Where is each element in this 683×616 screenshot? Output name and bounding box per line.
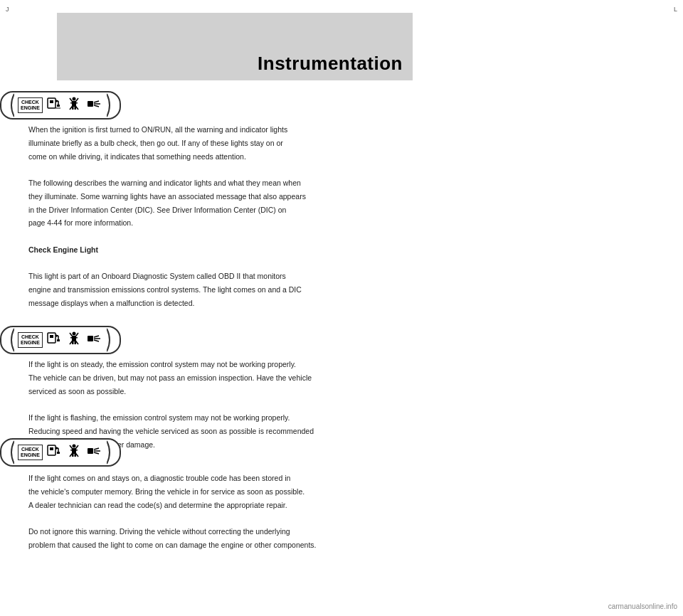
text-line-2-5: Reducing speed and having the vehicle se… xyxy=(28,426,655,437)
svg-line-36 xyxy=(94,340,99,341)
text-line-1-5: they illuminate. Some warning lights hav… xyxy=(28,191,655,203)
instrument-cluster-3: CHECK ENGINE xyxy=(0,438,121,467)
check-engine-line2-2: ENGINE xyxy=(21,340,40,346)
svg-rect-41 xyxy=(57,452,60,454)
check-engine-box-3: CHECK ENGINE xyxy=(18,445,43,460)
corner-mark-left: J xyxy=(6,6,9,13)
text-line-2-3 xyxy=(28,399,655,410)
left-arc-3 xyxy=(7,440,14,465)
headlight-icon-2 xyxy=(86,330,103,350)
right-arc-3 xyxy=(107,440,114,465)
svg-rect-45 xyxy=(70,450,73,451)
wrench-icon-3 xyxy=(65,442,83,462)
svg-rect-33 xyxy=(88,336,93,341)
text-line-2-0: If the light is on steady, the emission … xyxy=(28,359,655,371)
fuel-icon-1 xyxy=(46,96,62,115)
check-engine-line2-1: ENGINE xyxy=(21,105,40,111)
text-line-1-8 xyxy=(28,231,655,243)
text-line-1-2: come on while driving, it indicates that… xyxy=(28,152,655,163)
svg-rect-51 xyxy=(88,448,93,454)
text-line-2-2: serviced as soon as possible. xyxy=(28,386,655,398)
wrench-icon-2 xyxy=(65,330,83,350)
left-arc-2 xyxy=(7,327,14,353)
svg-rect-10 xyxy=(75,102,78,104)
svg-point-25 xyxy=(72,332,75,336)
text-line-1-9: Check Engine Light xyxy=(28,245,655,256)
svg-rect-28 xyxy=(75,337,78,339)
left-arc-1 xyxy=(7,92,14,118)
title-box: Instrumentation xyxy=(57,13,413,80)
text-line-2-4: If the light is flashing, the emission c… xyxy=(28,413,655,424)
svg-rect-38 xyxy=(50,447,53,450)
page-title: Instrumentation xyxy=(258,53,403,75)
check-engine-line1-1: CHECK xyxy=(21,100,39,105)
svg-line-18 xyxy=(94,105,99,107)
check-engine-line2-3: ENGINE xyxy=(21,452,40,458)
text-block-3: If the light comes on and stays on, a di… xyxy=(28,473,655,553)
svg-rect-15 xyxy=(88,101,93,107)
cluster-pill-3: CHECK ENGINE xyxy=(0,438,121,467)
text-line-3-0: If the light comes on and stays on, a di… xyxy=(28,473,655,484)
instrument-cluster-1: CHECK ENGINE xyxy=(0,91,121,120)
text-line-1-1: illuminate briefly as a bulb check, then… xyxy=(28,138,655,149)
svg-rect-1 xyxy=(50,100,53,103)
svg-point-7 xyxy=(72,97,75,101)
svg-rect-9 xyxy=(70,102,73,104)
wrench-icon-1 xyxy=(65,95,83,115)
headlight-icon-3 xyxy=(86,442,103,462)
headlight-icon-1 xyxy=(86,95,103,115)
check-engine-box-2: CHECK ENGINE xyxy=(18,332,43,348)
fuel-icon-3 xyxy=(46,443,62,462)
svg-rect-20 xyxy=(50,335,53,338)
text-line-1-6: in the Driver Information Center (DIC). … xyxy=(28,205,655,216)
svg-rect-4 xyxy=(57,105,60,107)
right-arc-1 xyxy=(107,92,114,118)
text-block-1: When the ignition is first turned to ON/… xyxy=(28,124,655,312)
text-line-3-1: the vehicle's computer memory. Bring the… xyxy=(28,487,655,498)
cluster-pill-1: CHECK ENGINE xyxy=(0,91,121,120)
text-line-1-4: The following describes the warning and … xyxy=(28,178,655,189)
text-block-2: If the light is on steady, the emission … xyxy=(28,359,655,452)
instrument-cluster-2: CHECK ENGINE xyxy=(0,326,121,354)
text-line-1-13: message displays when a malfunction is d… xyxy=(28,298,655,309)
corner-mark-right: L xyxy=(674,6,677,13)
text-line-1-7: page 4-44 for more information. xyxy=(28,218,655,229)
page-container: J L Instrumentation CHECK ENGINE xyxy=(0,0,683,616)
text-line-2-1: The vehicle can be driven, but may not p… xyxy=(28,373,655,384)
check-engine-box-1: CHECK ENGINE xyxy=(18,97,43,113)
cluster-pill-2: CHECK ENGINE xyxy=(0,326,121,354)
text-line-1-12: engine and transmission emissions contro… xyxy=(28,285,655,296)
text-line-2-6: to prevent catalytic converter damage. xyxy=(28,440,655,451)
svg-rect-46 xyxy=(75,450,78,451)
text-line-3-5: problem that caused the light to come on… xyxy=(28,540,655,551)
text-line-3-3 xyxy=(28,513,655,524)
fuel-icon-2 xyxy=(46,331,62,349)
svg-line-34 xyxy=(94,336,99,337)
svg-rect-23 xyxy=(57,339,60,341)
right-arc-2 xyxy=(107,327,114,353)
svg-line-54 xyxy=(94,452,99,454)
check-engine-line1-2: CHECK xyxy=(21,334,39,340)
text-line-1-3 xyxy=(28,164,655,176)
svg-line-16 xyxy=(94,101,99,102)
svg-rect-27 xyxy=(70,337,73,339)
text-line-1-10 xyxy=(28,258,655,270)
svg-point-43 xyxy=(72,445,75,448)
text-line-1-0: When the ignition is first turned to ON/… xyxy=(28,124,655,136)
svg-line-52 xyxy=(94,448,99,450)
check-engine-line1-3: CHECK xyxy=(21,447,39,452)
text-line-3-2: A dealer technician can read the code(s)… xyxy=(28,500,655,511)
text-line-3-4: Do not ignore this warning. Driving the … xyxy=(28,526,655,538)
watermark: carmanualsonline.info xyxy=(608,602,677,610)
text-line-1-11: This light is part of an Onboard Diagnos… xyxy=(28,271,655,282)
